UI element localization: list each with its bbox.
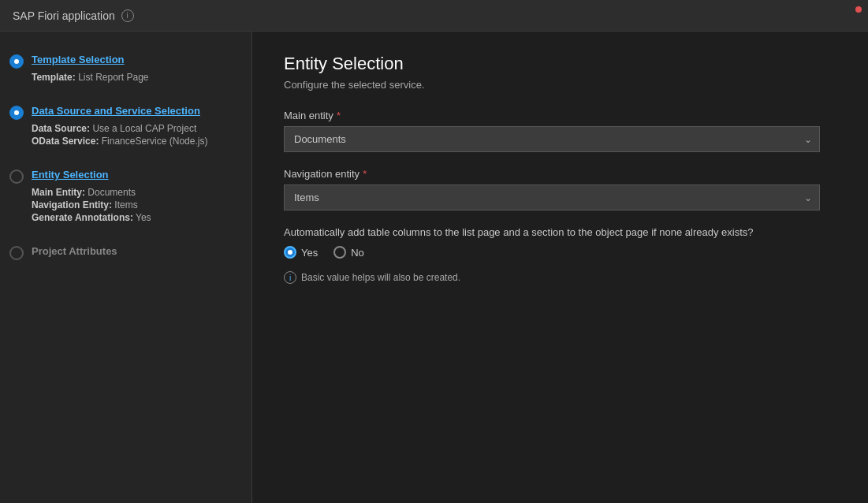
main-entity-required-star: *	[337, 110, 341, 121]
step-details-data-source: Data Source: Use a Local CAP Project ODa…	[32, 123, 236, 147]
main-entity-label: Main entity *	[284, 110, 836, 121]
navigation-entity-detail: Navigation Entity: Items	[32, 199, 236, 211]
navigation-entity-label: Navigation entity *	[284, 168, 836, 180]
sidebar-step-entity-selection: Entity Selection Main Entity: Documents …	[0, 162, 251, 229]
sidebar-item-template-selection[interactable]: Template Selection	[32, 54, 125, 65]
yes-radio-label: Yes	[301, 247, 318, 259]
navigation-entity-required-star: *	[363, 168, 367, 180]
sidebar-item-data-source[interactable]: Data Source and Service Selection	[32, 105, 200, 117]
sidebar-step-template-selection: Template Selection Template: List Report…	[0, 47, 251, 89]
step-details-entity-selection: Main Entity: Documents Navigation Entity…	[32, 187, 236, 223]
content-area: Entity Selection Configure the selected …	[252, 32, 868, 503]
info-note-icon: i	[284, 271, 296, 284]
main-content: Template Selection Template: List Report…	[0, 32, 868, 503]
auto-add-question: Automatically add table columns to the l…	[284, 226, 820, 238]
sidebar-step-data-source: Data Source and Service Selection Data S…	[0, 99, 251, 153]
yes-radio-input[interactable]	[284, 246, 296, 259]
sidebar: Template Selection Template: List Report…	[0, 32, 252, 503]
page-title: Entity Selection	[284, 54, 836, 74]
step-dot-project-attributes	[9, 246, 24, 260]
sidebar-step-project-attributes: Project Attributes	[0, 239, 251, 266]
main-entity-field-group: Main entity * Documents Items ⌄	[284, 110, 836, 152]
info-note-text: Basic value helps will also be created.	[301, 272, 460, 283]
step-details-template-selection: Template: List Report Page	[32, 72, 236, 83]
navigation-entity-select[interactable]: Items None	[284, 184, 820, 211]
info-note: i Basic value helps will also be created…	[284, 271, 836, 284]
no-radio-input[interactable]	[333, 246, 346, 259]
auto-add-section: Automatically add table columns to the l…	[284, 226, 836, 284]
step-dot-entity-selection	[9, 170, 24, 184]
main-entity-select-wrapper: Documents Items ⌄	[284, 126, 820, 152]
sidebar-item-project-attributes: Project Attributes	[32, 245, 117, 257]
app-title-bar: SAP Fiori application i	[13, 9, 134, 22]
navigation-entity-field-group: Navigation entity * Items None ⌄	[284, 168, 836, 211]
yes-radio-option[interactable]: Yes	[284, 246, 318, 259]
app-info-icon[interactable]: i	[121, 9, 134, 22]
no-radio-label: No	[351, 247, 364, 259]
data-source-detail: Data Source: Use a Local CAP Project	[32, 123, 236, 134]
no-radio-option[interactable]: No	[333, 246, 364, 259]
navigation-entity-select-wrapper: Items None ⌄	[284, 184, 820, 211]
app-title: SAP Fiori application	[13, 9, 115, 22]
template-detail: Template: List Report Page	[32, 72, 236, 83]
step-dot-data-source	[9, 106, 24, 120]
page-subtitle: Configure the selected service.	[284, 79, 836, 91]
step-dot-template-selection	[9, 54, 24, 69]
odata-service-detail: OData Service: FinanceService (Node.js)	[32, 136, 236, 147]
main-entity-detail: Main Entity: Documents	[32, 187, 236, 198]
yes-no-radio-group: Yes No	[284, 246, 836, 259]
sidebar-item-entity-selection[interactable]: Entity Selection	[32, 169, 109, 181]
generate-annotations-detail: Generate Annotations: Yes	[32, 212, 236, 223]
top-bar: SAP Fiori application i	[0, 0, 868, 32]
main-entity-select[interactable]: Documents Items	[284, 126, 820, 152]
